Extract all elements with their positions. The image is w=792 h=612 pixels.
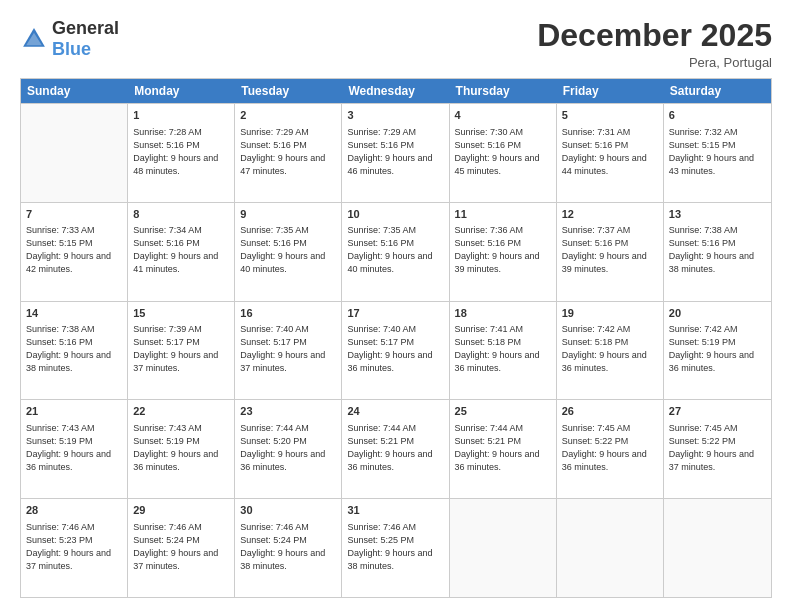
cell-info: Sunrise: 7:40 AMSunset: 5:17 PMDaylight:… <box>347 323 443 375</box>
cell-info: Sunrise: 7:45 AMSunset: 5:22 PMDaylight:… <box>562 422 658 474</box>
calendar-row-1: 1Sunrise: 7:28 AMSunset: 5:16 PMDaylight… <box>21 103 771 202</box>
calendar-cell <box>21 104 128 202</box>
cell-info: Sunrise: 7:46 AMSunset: 5:23 PMDaylight:… <box>26 521 122 573</box>
cell-date: 5 <box>562 108 658 123</box>
cell-info: Sunrise: 7:46 AMSunset: 5:24 PMDaylight:… <box>133 521 229 573</box>
calendar-cell <box>664 499 771 597</box>
cell-date: 15 <box>133 306 229 321</box>
weekday-header-wednesday: Wednesday <box>342 79 449 103</box>
calendar-cell: 11Sunrise: 7:36 AMSunset: 5:16 PMDayligh… <box>450 203 557 301</box>
logo-general: General <box>52 18 119 39</box>
cell-date: 3 <box>347 108 443 123</box>
cell-date: 18 <box>455 306 551 321</box>
calendar-cell: 17Sunrise: 7:40 AMSunset: 5:17 PMDayligh… <box>342 302 449 400</box>
title-block: December 2025 Pera, Portugal <box>537 18 772 70</box>
cell-info: Sunrise: 7:30 AMSunset: 5:16 PMDaylight:… <box>455 126 551 178</box>
weekday-header-thursday: Thursday <box>450 79 557 103</box>
cell-date: 20 <box>669 306 766 321</box>
calendar-body: 1Sunrise: 7:28 AMSunset: 5:16 PMDaylight… <box>21 103 771 597</box>
cell-info: Sunrise: 7:45 AMSunset: 5:22 PMDaylight:… <box>669 422 766 474</box>
cell-date: 10 <box>347 207 443 222</box>
cell-info: Sunrise: 7:29 AMSunset: 5:16 PMDaylight:… <box>347 126 443 178</box>
cell-date: 21 <box>26 404 122 419</box>
calendar-cell: 18Sunrise: 7:41 AMSunset: 5:18 PMDayligh… <box>450 302 557 400</box>
cell-info: Sunrise: 7:39 AMSunset: 5:17 PMDaylight:… <box>133 323 229 375</box>
cell-info: Sunrise: 7:46 AMSunset: 5:24 PMDaylight:… <box>240 521 336 573</box>
cell-date: 13 <box>669 207 766 222</box>
calendar-cell: 19Sunrise: 7:42 AMSunset: 5:18 PMDayligh… <box>557 302 664 400</box>
cell-info: Sunrise: 7:32 AMSunset: 5:15 PMDaylight:… <box>669 126 766 178</box>
cell-date: 8 <box>133 207 229 222</box>
cell-date: 9 <box>240 207 336 222</box>
cell-date: 19 <box>562 306 658 321</box>
cell-date: 4 <box>455 108 551 123</box>
cell-info: Sunrise: 7:41 AMSunset: 5:18 PMDaylight:… <box>455 323 551 375</box>
calendar-cell: 5Sunrise: 7:31 AMSunset: 5:16 PMDaylight… <box>557 104 664 202</box>
calendar-cell: 3Sunrise: 7:29 AMSunset: 5:16 PMDaylight… <box>342 104 449 202</box>
calendar-cell <box>450 499 557 597</box>
calendar-cell: 20Sunrise: 7:42 AMSunset: 5:19 PMDayligh… <box>664 302 771 400</box>
cell-date: 27 <box>669 404 766 419</box>
calendar-row-5: 28Sunrise: 7:46 AMSunset: 5:23 PMDayligh… <box>21 498 771 597</box>
calendar-cell: 24Sunrise: 7:44 AMSunset: 5:21 PMDayligh… <box>342 400 449 498</box>
cell-info: Sunrise: 7:44 AMSunset: 5:20 PMDaylight:… <box>240 422 336 474</box>
cell-date: 24 <box>347 404 443 419</box>
calendar-cell: 9Sunrise: 7:35 AMSunset: 5:16 PMDaylight… <box>235 203 342 301</box>
cell-date: 26 <box>562 404 658 419</box>
calendar-cell: 28Sunrise: 7:46 AMSunset: 5:23 PMDayligh… <box>21 499 128 597</box>
calendar-cell: 8Sunrise: 7:34 AMSunset: 5:16 PMDaylight… <box>128 203 235 301</box>
cell-date: 23 <box>240 404 336 419</box>
cell-date: 16 <box>240 306 336 321</box>
cell-info: Sunrise: 7:38 AMSunset: 5:16 PMDaylight:… <box>669 224 766 276</box>
location-subtitle: Pera, Portugal <box>537 55 772 70</box>
weekday-header-saturday: Saturday <box>664 79 771 103</box>
calendar-cell <box>557 499 664 597</box>
calendar-cell: 26Sunrise: 7:45 AMSunset: 5:22 PMDayligh… <box>557 400 664 498</box>
cell-info: Sunrise: 7:43 AMSunset: 5:19 PMDaylight:… <box>133 422 229 474</box>
calendar-cell: 31Sunrise: 7:46 AMSunset: 5:25 PMDayligh… <box>342 499 449 597</box>
cell-date: 11 <box>455 207 551 222</box>
calendar-cell: 1Sunrise: 7:28 AMSunset: 5:16 PMDaylight… <box>128 104 235 202</box>
calendar-cell: 16Sunrise: 7:40 AMSunset: 5:17 PMDayligh… <box>235 302 342 400</box>
cell-date: 6 <box>669 108 766 123</box>
calendar-cell: 21Sunrise: 7:43 AMSunset: 5:19 PMDayligh… <box>21 400 128 498</box>
calendar-cell: 30Sunrise: 7:46 AMSunset: 5:24 PMDayligh… <box>235 499 342 597</box>
calendar-cell: 14Sunrise: 7:38 AMSunset: 5:16 PMDayligh… <box>21 302 128 400</box>
cell-date: 31 <box>347 503 443 518</box>
weekday-header-tuesday: Tuesday <box>235 79 342 103</box>
calendar-cell: 22Sunrise: 7:43 AMSunset: 5:19 PMDayligh… <box>128 400 235 498</box>
calendar-cell: 10Sunrise: 7:35 AMSunset: 5:16 PMDayligh… <box>342 203 449 301</box>
calendar-cell: 15Sunrise: 7:39 AMSunset: 5:17 PMDayligh… <box>128 302 235 400</box>
cell-info: Sunrise: 7:40 AMSunset: 5:17 PMDaylight:… <box>240 323 336 375</box>
calendar-header: SundayMondayTuesdayWednesdayThursdayFrid… <box>21 79 771 103</box>
calendar-row-4: 21Sunrise: 7:43 AMSunset: 5:19 PMDayligh… <box>21 399 771 498</box>
cell-info: Sunrise: 7:44 AMSunset: 5:21 PMDaylight:… <box>347 422 443 474</box>
calendar-cell: 4Sunrise: 7:30 AMSunset: 5:16 PMDaylight… <box>450 104 557 202</box>
logo: General Blue <box>20 18 119 59</box>
cell-date: 29 <box>133 503 229 518</box>
logo-icon <box>20 25 48 53</box>
cell-info: Sunrise: 7:43 AMSunset: 5:19 PMDaylight:… <box>26 422 122 474</box>
cell-info: Sunrise: 7:34 AMSunset: 5:16 PMDaylight:… <box>133 224 229 276</box>
calendar-cell: 12Sunrise: 7:37 AMSunset: 5:16 PMDayligh… <box>557 203 664 301</box>
weekday-header-sunday: Sunday <box>21 79 128 103</box>
cell-info: Sunrise: 7:42 AMSunset: 5:18 PMDaylight:… <box>562 323 658 375</box>
logo-text: General Blue <box>52 18 119 59</box>
cell-info: Sunrise: 7:35 AMSunset: 5:16 PMDaylight:… <box>347 224 443 276</box>
cell-info: Sunrise: 7:33 AMSunset: 5:15 PMDaylight:… <box>26 224 122 276</box>
page: General Blue December 2025 Pera, Portuga… <box>0 0 792 612</box>
calendar-cell: 27Sunrise: 7:45 AMSunset: 5:22 PMDayligh… <box>664 400 771 498</box>
logo-blue: Blue <box>52 39 119 60</box>
cell-date: 22 <box>133 404 229 419</box>
cell-date: 30 <box>240 503 336 518</box>
cell-info: Sunrise: 7:36 AMSunset: 5:16 PMDaylight:… <box>455 224 551 276</box>
calendar-cell: 7Sunrise: 7:33 AMSunset: 5:15 PMDaylight… <box>21 203 128 301</box>
calendar-cell: 2Sunrise: 7:29 AMSunset: 5:16 PMDaylight… <box>235 104 342 202</box>
cell-date: 12 <box>562 207 658 222</box>
cell-info: Sunrise: 7:28 AMSunset: 5:16 PMDaylight:… <box>133 126 229 178</box>
cell-info: Sunrise: 7:37 AMSunset: 5:16 PMDaylight:… <box>562 224 658 276</box>
calendar-cell: 6Sunrise: 7:32 AMSunset: 5:15 PMDaylight… <box>664 104 771 202</box>
calendar: SundayMondayTuesdayWednesdayThursdayFrid… <box>20 78 772 598</box>
cell-date: 2 <box>240 108 336 123</box>
cell-info: Sunrise: 7:44 AMSunset: 5:21 PMDaylight:… <box>455 422 551 474</box>
